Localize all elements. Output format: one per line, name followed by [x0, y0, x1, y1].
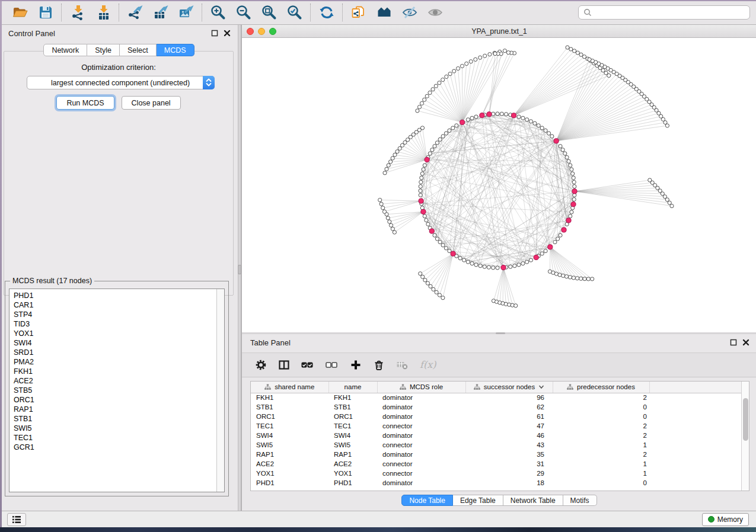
hide-selected-button[interactable]	[397, 2, 422, 23]
status-bar: Memory	[0, 511, 756, 527]
mcds-result-item[interactable]: FKH1	[14, 367, 224, 376]
export-table-button[interactable]	[148, 2, 173, 23]
close-panel-button[interactable]: Close panel	[122, 96, 181, 110]
network-canvas[interactable]	[242, 38, 756, 332]
task-history-button[interactable]	[7, 513, 26, 526]
columns-button[interactable]	[278, 356, 290, 374]
mcds-result-item[interactable]: PMA2	[14, 357, 224, 367]
zoom-fit-button[interactable]	[256, 2, 282, 23]
table-row[interactable]: PHD1PHD1dominator180	[251, 478, 742, 488]
table-row[interactable]: RAP1RAP1dominator352	[251, 450, 742, 459]
mcds-result-item[interactable]: ORC1	[14, 395, 224, 405]
mcds-result-title: MCDS result (17 nodes)	[10, 277, 94, 285]
mcds-result-item[interactable]: TID3	[14, 319, 224, 329]
table-row[interactable]: TEC1TEC1connector472	[251, 421, 742, 431]
table-row[interactable]: STB1STB1dominator620	[251, 402, 742, 412]
column-header-predecessor-nodes[interactable]: predecessor nodes	[553, 382, 649, 393]
window-edge	[0, 0, 756, 1]
mcds-result-item[interactable]: GCR1	[14, 443, 224, 452]
close-panel-icon[interactable]	[224, 30, 231, 37]
refresh-button[interactable]	[314, 2, 339, 23]
open-file-button[interactable]	[7, 2, 33, 23]
tab-node-table[interactable]: Node Table	[401, 495, 453, 506]
tab-style[interactable]: Style	[87, 44, 120, 56]
run-mcds-button[interactable]: Run MCDS	[56, 96, 114, 110]
duplicate-network-button[interactable]	[346, 2, 371, 23]
float-panel-icon[interactable]	[730, 339, 737, 346]
mcds-result-list[interactable]: PHD1CAR1STP4TID3YOX1SWI4SRD1PMA2FKH1ACE2…	[9, 289, 225, 492]
deselect-all-button[interactable]	[326, 356, 339, 374]
mcds-result-item[interactable]: SWI4	[14, 338, 224, 348]
tab-select[interactable]: Select	[120, 44, 157, 56]
import-network-button[interactable]	[65, 2, 90, 23]
mcds-result-item[interactable]: TEC1	[14, 433, 224, 443]
export-network-button[interactable]	[122, 2, 148, 23]
tab-motifs[interactable]: Motifs	[563, 495, 597, 506]
gear-icon	[255, 359, 267, 371]
mcds-result-item[interactable]: STB1	[14, 414, 224, 424]
fan-edges	[380, 47, 672, 306]
open-file-icon	[12, 4, 28, 21]
list-icon	[11, 514, 22, 525]
column-header-successor-nodes[interactable]: successor nodes	[465, 382, 553, 393]
table-row[interactable]: SWI5SWI5connector431	[251, 440, 742, 450]
zoom-out-button[interactable]	[231, 2, 256, 23]
attribute-type-icon	[264, 384, 271, 390]
close-panel-icon[interactable]	[742, 339, 749, 346]
save-session-button[interactable]	[33, 2, 58, 23]
search-input[interactable]	[595, 8, 745, 17]
show-all-button[interactable]	[422, 2, 448, 23]
table-row[interactable]: ACE2ACE2connector311	[251, 459, 742, 469]
mcds-result-item[interactable]: RAP1	[14, 405, 224, 414]
toolbar-separator	[310, 4, 311, 21]
node-table: shared namenameMCDS rolesuccessor nodesp…	[250, 381, 749, 491]
zoom-in-button[interactable]	[205, 2, 231, 23]
tab-network[interactable]: Network	[43, 44, 87, 56]
table-panel-title: Table Panel	[250, 338, 291, 347]
select-all-button[interactable]	[301, 356, 314, 374]
table-row[interactable]: YOX1YOX1connector291	[251, 469, 742, 478]
column-header-name[interactable]: name	[328, 382, 377, 393]
columns-icon	[278, 359, 290, 371]
zoom-selected-button[interactable]	[282, 2, 307, 23]
mcds-result-item[interactable]: STP4	[14, 310, 224, 319]
column-header-MCDS-role[interactable]: MCDS role	[377, 382, 465, 393]
network-views-button[interactable]	[371, 2, 397, 23]
mcds-result-item[interactable]: YOX1	[14, 329, 224, 338]
tab-edge-table[interactable]: Edge Table	[453, 495, 503, 506]
export-image-button[interactable]	[173, 2, 199, 23]
import-table-button[interactable]	[90, 2, 116, 23]
network-graph[interactable]	[242, 38, 756, 332]
network-views-icon	[376, 4, 393, 21]
optimization-criterion-label: Optimization criterion:	[4, 63, 233, 72]
mcds-result-item[interactable]: STB5	[14, 386, 224, 395]
toolbar-separator	[119, 4, 119, 21]
mcds-result-item[interactable]: PHD1	[14, 291, 224, 300]
mcds-result-item[interactable]: CAR1	[14, 300, 224, 310]
criterion-dropdown[interactable]: largest connected component (undirected)	[27, 76, 215, 89]
add-row-button[interactable]	[350, 356, 362, 374]
gear-button[interactable]	[255, 356, 267, 374]
table-scrollbar[interactable]	[741, 382, 749, 491]
mcds-result-item[interactable]: ACE2	[14, 376, 224, 386]
delete-row-button[interactable]	[373, 356, 385, 374]
mcds-options-box: Optimization criterion: largest connecte…	[4, 51, 234, 296]
desktop-background	[0, 527, 756, 532]
table-row[interactable]: ORC1ORC1dominator610	[251, 412, 742, 421]
control-panel: Control Panel NetworkStyleSelectMCDS Opt…	[0, 25, 238, 511]
mcds-result-item[interactable]: SRD1	[14, 348, 224, 357]
mcds-result-item[interactable]: SWI5	[14, 424, 224, 433]
float-panel-icon[interactable]	[211, 30, 218, 37]
column-header-shared-name[interactable]: shared name	[251, 382, 328, 393]
network-nodes[interactable]	[378, 46, 674, 307]
table-row[interactable]: FKH1FKH1dominator962	[251, 393, 742, 402]
cytoscape-app: Control Panel NetworkStyleSelectMCDS Opt…	[0, 0, 756, 532]
tab-mcds[interactable]: MCDS	[157, 44, 194, 56]
memory-label: Memory	[717, 515, 743, 524]
tab-network-table[interactable]: Network Table	[503, 495, 563, 506]
mcds-list-scrollbar[interactable]	[216, 289, 224, 492]
table-row[interactable]: SWI4SWI4dominator462	[251, 431, 742, 440]
attribute-type-icon	[400, 384, 406, 390]
scrollbar-thumb[interactable]	[743, 398, 748, 441]
memory-button[interactable]: Memory	[702, 513, 749, 526]
